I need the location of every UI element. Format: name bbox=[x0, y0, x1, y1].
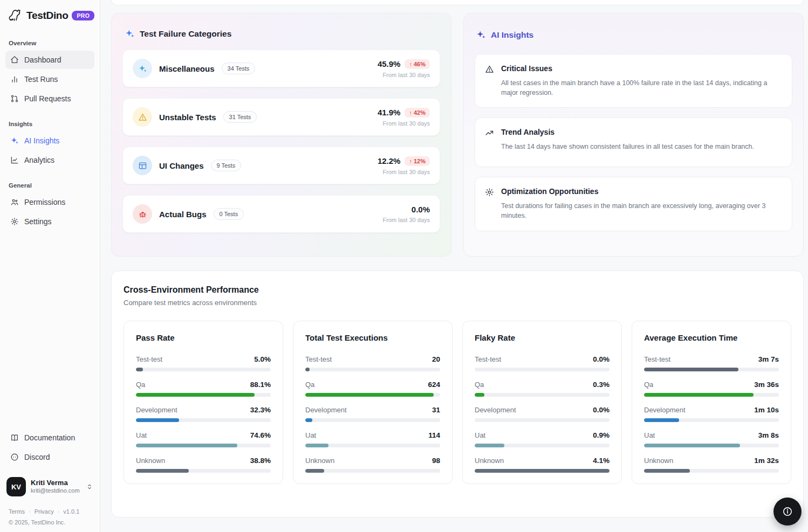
sidebar-item-label: Test Runs bbox=[24, 75, 58, 84]
testdino-logo-icon bbox=[6, 8, 23, 24]
progress-fill bbox=[136, 418, 179, 422]
progress-fill bbox=[305, 393, 434, 397]
metric-value: 32.3% bbox=[250, 406, 271, 414]
ai-insight-body: Trend AnalysisThe last 14 days have show… bbox=[501, 128, 754, 157]
progress-track bbox=[136, 418, 271, 422]
metric-value: 3m 36s bbox=[754, 381, 779, 389]
progress-track bbox=[136, 469, 271, 473]
sidebar-item-test-runs[interactable]: Test Runs bbox=[5, 70, 94, 88]
trend-up-icon bbox=[485, 128, 494, 157]
warning-triangle-icon bbox=[133, 107, 152, 127]
metric-value: 20 bbox=[432, 355, 440, 363]
metric-row-test-test: Test-test0.0% bbox=[475, 355, 610, 371]
sidebar-item-permissions[interactable]: Permissions bbox=[5, 193, 94, 211]
progress-track bbox=[305, 469, 440, 473]
avatar: KV bbox=[6, 477, 26, 496]
test-count-badge: 9 Tests bbox=[211, 160, 242, 171]
failure-percentage: 0.0% bbox=[412, 205, 430, 214]
privacy-link[interactable]: Privacy bbox=[35, 508, 54, 515]
metric-value: 0.0% bbox=[593, 406, 610, 414]
metric-value: 98 bbox=[432, 457, 440, 465]
pro-badge: PRO bbox=[72, 11, 94, 20]
chevrons-up-down-icon[interactable] bbox=[86, 483, 93, 490]
info-fab-button[interactable] bbox=[773, 498, 802, 526]
metric-value: 0.3% bbox=[593, 381, 610, 389]
sparkles-icon bbox=[133, 59, 152, 78]
failure-percentage: 12.2% bbox=[378, 156, 401, 165]
failure-row-ui-changes[interactable]: UI Changes9 Tests12.2%↑12%From last 30 d… bbox=[122, 147, 440, 184]
progress-fill bbox=[475, 469, 610, 473]
progress-fill bbox=[644, 469, 690, 473]
test-count-badge: 34 Tests bbox=[222, 63, 256, 74]
metric-row-uat: Uat74.6% bbox=[136, 431, 271, 447]
sidebar-item-documentation[interactable]: Documentation bbox=[5, 429, 94, 447]
user-menu[interactable]: KV Kriti Verma kriti@testdino.com bbox=[5, 472, 94, 500]
metric-value: 88.1% bbox=[250, 381, 271, 389]
sidebar-item-ai-insights[interactable]: AI Insights bbox=[5, 132, 94, 150]
sidebar-item-dashboard[interactable]: Dashboard bbox=[5, 51, 94, 69]
metric-row-line: Development31 bbox=[305, 406, 440, 414]
metric-row-line: Test-test0.0% bbox=[475, 355, 610, 363]
environment-label: Qa bbox=[136, 381, 145, 389]
discord-icon bbox=[10, 453, 19, 461]
metric-row-uat: Uat3m 8s bbox=[644, 431, 779, 447]
sidebar-item-label: AI Insights bbox=[24, 136, 59, 145]
terms-link[interactable]: Terms bbox=[9, 508, 25, 515]
metric-value: 38.8% bbox=[250, 457, 271, 465]
ai-card-title: AI Insights bbox=[491, 30, 533, 40]
failure-row-right: 45.9%↑46%From last 30 days bbox=[378, 59, 430, 78]
metric-row-line: Uat0.9% bbox=[475, 431, 610, 439]
metric-row-qa: Qa3m 36s bbox=[644, 381, 779, 397]
sidebar-item-discord[interactable]: Discord bbox=[5, 448, 94, 466]
trend-badge: ↑42% bbox=[405, 108, 430, 118]
section-label: Insights bbox=[9, 121, 91, 127]
ai-insight-body: Critical IssuesAll test cases in the mai… bbox=[501, 64, 782, 98]
failure-row-miscellaneous[interactable]: Miscellaneous34 Tests45.9%↑46%From last … bbox=[122, 50, 440, 87]
failure-row-left: Miscellaneous34 Tests bbox=[133, 59, 255, 78]
ai-card-header: AI Insights bbox=[476, 30, 792, 40]
sidebar-item-label: Analytics bbox=[24, 156, 54, 164]
environment-label: Uat bbox=[475, 431, 485, 439]
sidebar-item-settings[interactable]: Settings bbox=[5, 212, 94, 231]
progress-fill bbox=[305, 418, 312, 422]
failure-row-unstable-tests[interactable]: Unstable Tests31 Tests41.9%↑42%From last… bbox=[122, 98, 440, 136]
metric-row-line: Unknown38.8% bbox=[136, 457, 271, 465]
environment-label: Unknown bbox=[305, 457, 334, 465]
progress-fill bbox=[305, 469, 324, 473]
metric-row-line: Qa624 bbox=[305, 381, 440, 389]
environment-label: Uat bbox=[136, 431, 147, 439]
ai-insight-body: Optimization OpportunitiesTest durations… bbox=[501, 187, 782, 220]
metric-row-line: Test-test3m 7s bbox=[644, 355, 779, 363]
metric-row-unknown: Unknown98 bbox=[305, 457, 440, 473]
sidebar-item-pull-requests[interactable]: Pull Requests bbox=[5, 89, 94, 108]
sidebar-nav: OverviewDashboardTest RunsPull RequestsI… bbox=[5, 40, 94, 244]
progress-track bbox=[475, 469, 610, 473]
book-icon bbox=[10, 433, 19, 442]
progress-fill bbox=[644, 444, 740, 447]
gear-icon bbox=[10, 217, 19, 226]
environment-label: Qa bbox=[305, 381, 314, 389]
sidebar-item-label: Settings bbox=[24, 217, 52, 226]
brand: TestDino PRO bbox=[5, 8, 94, 24]
sidebar-item-analytics[interactable]: Analytics bbox=[5, 151, 94, 169]
sidebar-section-insights: InsightsAI InsightsAnalytics bbox=[5, 121, 94, 169]
sidebar-bottom: DocumentationDiscord KV Kriti Verma krit… bbox=[5, 429, 94, 527]
trend-up-arrow-icon: ↑ bbox=[409, 61, 412, 67]
metric-value: 1m 10s bbox=[754, 406, 779, 414]
failure-category-name: Unstable Tests bbox=[159, 113, 216, 122]
home-icon bbox=[10, 56, 19, 64]
environment-label: Test-test bbox=[475, 355, 501, 363]
progress-track bbox=[475, 444, 610, 447]
metric-row-line: Qa88.1% bbox=[136, 381, 271, 389]
metric-card-average-execution-time: Average Execution TimeTest-test3m 7sQa3m… bbox=[632, 321, 791, 484]
progress-track bbox=[475, 418, 610, 422]
failure-row-right: 12.2%↑12%From last 30 days bbox=[378, 156, 430, 175]
trend-up-arrow-icon: ↑ bbox=[409, 158, 412, 164]
metric-row-line: Test-test20 bbox=[305, 355, 440, 363]
sidebar-item-label: Documentation bbox=[24, 433, 75, 442]
failure-value-line: 45.9%↑46% bbox=[378, 59, 430, 69]
period-label: From last 30 days bbox=[383, 169, 430, 175]
failure-row-actual-bugs[interactable]: Actual Bugs0 Tests0.0%From last 30 days bbox=[122, 195, 440, 233]
metric-row-unknown: Unknown4.1% bbox=[475, 457, 610, 473]
progress-fill bbox=[475, 393, 484, 397]
